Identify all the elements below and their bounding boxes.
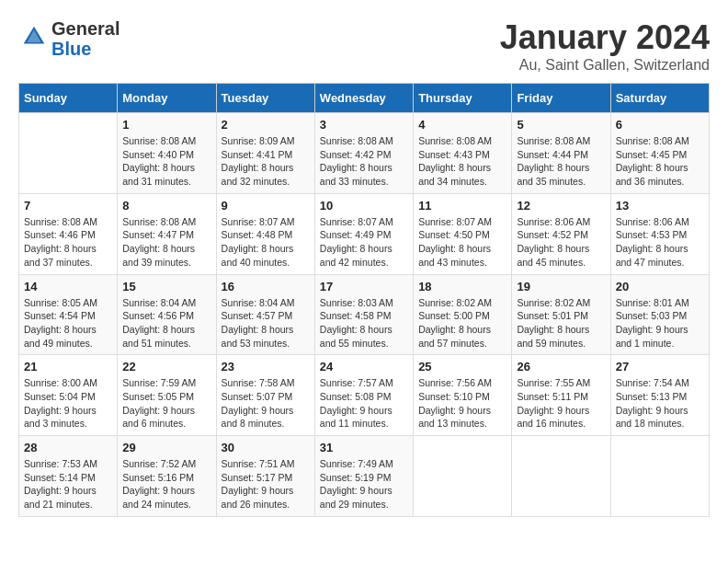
day-info: Sunrise: 8:08 AM Sunset: 4:40 PM Dayligh… — [122, 134, 210, 189]
day-number: 28 — [24, 441, 112, 454]
calendar-cell — [414, 436, 512, 517]
day-number: 22 — [122, 360, 210, 373]
day-header-friday: Friday — [512, 84, 610, 113]
day-info: Sunrise: 7:57 AM Sunset: 5:08 PM Dayligh… — [320, 376, 408, 431]
calendar-cell — [512, 436, 610, 517]
logo-line2: Blue — [51, 39, 119, 59]
day-info: Sunrise: 8:08 AM Sunset: 4:46 PM Dayligh… — [24, 215, 112, 270]
calendar-cell: 1Sunrise: 8:08 AM Sunset: 4:40 PM Daylig… — [118, 113, 216, 194]
calendar-cell: 18Sunrise: 8:02 AM Sunset: 5:00 PM Dayli… — [414, 274, 512, 355]
day-number: 21 — [24, 360, 112, 373]
calendar-week-row: 14Sunrise: 8:05 AM Sunset: 4:54 PM Dayli… — [19, 274, 710, 355]
calendar-table: SundayMondayTuesdayWednesdayThursdayFrid… — [18, 83, 710, 517]
day-number: 15 — [122, 280, 210, 293]
day-number: 10 — [320, 199, 408, 213]
day-number: 19 — [517, 280, 605, 293]
day-info: Sunrise: 8:08 AM Sunset: 4:45 PM Dayligh… — [616, 134, 704, 189]
day-info: Sunrise: 8:08 AM Sunset: 4:42 PM Dayligh… — [320, 134, 408, 189]
calendar-week-row: 21Sunrise: 8:00 AM Sunset: 5:04 PM Dayli… — [19, 355, 710, 436]
day-number: 24 — [320, 360, 408, 373]
day-number: 30 — [222, 441, 310, 454]
calendar-cell: 20Sunrise: 8:01 AM Sunset: 5:03 PM Dayli… — [610, 274, 709, 355]
day-header-wednesday: Wednesday — [314, 84, 413, 113]
day-number: 12 — [517, 199, 605, 213]
day-info: Sunrise: 8:04 AM Sunset: 4:56 PM Dayligh… — [122, 296, 210, 350]
day-info: Sunrise: 7:55 AM Sunset: 5:11 PM Dayligh… — [517, 376, 605, 431]
day-info: Sunrise: 8:08 AM Sunset: 4:43 PM Dayligh… — [418, 134, 506, 189]
calendar-cell: 29Sunrise: 7:52 AM Sunset: 5:16 PM Dayli… — [118, 436, 216, 517]
calendar-cell: 10Sunrise: 8:07 AM Sunset: 4:49 PM Dayli… — [314, 193, 413, 274]
day-number: 3 — [320, 118, 408, 132]
calendar-cell: 14Sunrise: 8:05 AM Sunset: 4:54 PM Dayli… — [19, 274, 118, 355]
logo-line1: General — [51, 18, 119, 39]
calendar-cell: 22Sunrise: 7:59 AM Sunset: 5:05 PM Dayli… — [118, 355, 216, 436]
calendar-cell: 17Sunrise: 8:03 AM Sunset: 4:58 PM Dayli… — [314, 274, 413, 355]
title-section: January 2024 Au, Saint Gallen, Switzerla… — [500, 18, 710, 74]
calendar-cell — [610, 436, 709, 517]
day-number: 27 — [616, 360, 704, 373]
day-number: 23 — [222, 360, 310, 373]
calendar-cell: 19Sunrise: 8:02 AM Sunset: 5:01 PM Dayli… — [512, 274, 610, 355]
day-info: Sunrise: 7:54 AM Sunset: 5:13 PM Dayligh… — [616, 376, 704, 431]
day-info: Sunrise: 8:03 AM Sunset: 4:58 PM Dayligh… — [320, 296, 408, 350]
day-info: Sunrise: 7:58 AM Sunset: 5:07 PM Dayligh… — [222, 376, 310, 431]
day-info: Sunrise: 8:07 AM Sunset: 4:50 PM Dayligh… — [418, 215, 506, 270]
day-number: 18 — [418, 280, 506, 293]
calendar-cell: 28Sunrise: 7:53 AM Sunset: 5:14 PM Dayli… — [19, 436, 118, 517]
calendar-cell: 16Sunrise: 8:04 AM Sunset: 4:57 PM Dayli… — [216, 274, 314, 355]
day-info: Sunrise: 8:06 AM Sunset: 4:53 PM Dayligh… — [616, 215, 704, 270]
day-header-thursday: Thursday — [414, 84, 512, 113]
day-info: Sunrise: 8:07 AM Sunset: 4:48 PM Dayligh… — [222, 215, 310, 270]
calendar-cell: 23Sunrise: 7:58 AM Sunset: 5:07 PM Dayli… — [216, 355, 314, 436]
day-header-saturday: Saturday — [610, 84, 709, 113]
day-info: Sunrise: 8:05 AM Sunset: 4:54 PM Dayligh… — [24, 296, 112, 350]
day-number: 11 — [418, 199, 506, 213]
calendar-cell: 30Sunrise: 7:51 AM Sunset: 5:17 PM Dayli… — [216, 436, 314, 517]
day-info: Sunrise: 8:04 AM Sunset: 4:57 PM Dayligh… — [222, 296, 310, 350]
calendar-cell: 3Sunrise: 8:08 AM Sunset: 4:42 PM Daylig… — [314, 113, 413, 194]
calendar-week-row: 1Sunrise: 8:08 AM Sunset: 4:40 PM Daylig… — [19, 113, 710, 194]
calendar-cell: 31Sunrise: 7:49 AM Sunset: 5:19 PM Dayli… — [314, 436, 413, 517]
calendar-cell: 24Sunrise: 7:57 AM Sunset: 5:08 PM Dayli… — [314, 355, 413, 436]
day-number: 7 — [24, 199, 112, 213]
day-number: 2 — [222, 118, 310, 132]
day-number: 5 — [517, 118, 605, 132]
calendar-cell: 11Sunrise: 8:07 AM Sunset: 4:50 PM Dayli… — [414, 193, 512, 274]
calendar-cell: 2Sunrise: 8:09 AM Sunset: 4:41 PM Daylig… — [216, 113, 314, 194]
calendar-cell — [19, 113, 118, 194]
day-info: Sunrise: 8:02 AM Sunset: 5:00 PM Dayligh… — [418, 296, 506, 350]
calendar-cell: 25Sunrise: 7:56 AM Sunset: 5:10 PM Dayli… — [414, 355, 512, 436]
day-header-monday: Monday — [118, 84, 216, 113]
day-info: Sunrise: 8:02 AM Sunset: 5:01 PM Dayligh… — [517, 296, 605, 350]
calendar-cell: 7Sunrise: 8:08 AM Sunset: 4:46 PM Daylig… — [19, 193, 118, 274]
calendar-cell: 12Sunrise: 8:06 AM Sunset: 4:52 PM Dayli… — [512, 193, 610, 274]
day-number: 31 — [320, 441, 408, 454]
logo: General Blue — [18, 18, 119, 59]
day-info: Sunrise: 7:51 AM Sunset: 5:17 PM Dayligh… — [222, 457, 310, 511]
day-info: Sunrise: 8:08 AM Sunset: 4:47 PM Dayligh… — [122, 215, 210, 270]
page-header: General Blue January 2024 Au, Saint Gall… — [18, 18, 710, 74]
day-header-tuesday: Tuesday — [216, 84, 314, 113]
calendar-cell: 4Sunrise: 8:08 AM Sunset: 4:43 PM Daylig… — [414, 113, 512, 194]
day-info: Sunrise: 8:00 AM Sunset: 5:04 PM Dayligh… — [24, 376, 112, 431]
calendar-cell: 8Sunrise: 8:08 AM Sunset: 4:47 PM Daylig… — [118, 193, 216, 274]
calendar-cell: 26Sunrise: 7:55 AM Sunset: 5:11 PM Dayli… — [512, 355, 610, 436]
calendar-week-row: 28Sunrise: 7:53 AM Sunset: 5:14 PM Dayli… — [19, 436, 710, 517]
day-number: 1 — [122, 118, 210, 132]
day-info: Sunrise: 8:07 AM Sunset: 4:49 PM Dayligh… — [320, 215, 408, 270]
day-info: Sunrise: 8:01 AM Sunset: 5:03 PM Dayligh… — [616, 296, 704, 350]
calendar-cell: 13Sunrise: 8:06 AM Sunset: 4:53 PM Dayli… — [610, 193, 709, 274]
day-number: 29 — [122, 441, 210, 454]
calendar-cell: 5Sunrise: 8:08 AM Sunset: 4:44 PM Daylig… — [512, 113, 610, 194]
calendar-header-row: SundayMondayTuesdayWednesdayThursdayFrid… — [19, 84, 710, 113]
calendar-week-row: 7Sunrise: 8:08 AM Sunset: 4:46 PM Daylig… — [19, 193, 710, 274]
day-number: 16 — [222, 280, 310, 293]
day-info: Sunrise: 7:53 AM Sunset: 5:14 PM Dayligh… — [24, 457, 112, 511]
day-number: 26 — [517, 360, 605, 373]
day-info: Sunrise: 7:49 AM Sunset: 5:19 PM Dayligh… — [320, 457, 408, 511]
day-info: Sunrise: 7:52 AM Sunset: 5:16 PM Dayligh… — [122, 457, 210, 511]
day-info: Sunrise: 7:56 AM Sunset: 5:10 PM Dayligh… — [418, 376, 506, 431]
day-number: 20 — [616, 280, 704, 293]
day-info: Sunrise: 8:08 AM Sunset: 4:44 PM Dayligh… — [517, 134, 605, 189]
day-number: 14 — [24, 280, 112, 293]
